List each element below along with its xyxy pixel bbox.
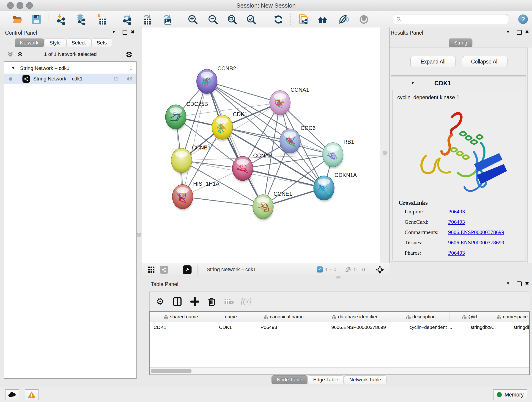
save-session-icon[interactable]	[31, 14, 42, 25]
table-cell[interactable]: CDK1	[150, 322, 215, 332]
open-session-icon[interactable]	[12, 14, 23, 25]
crosslink-link[interactable]: P06493	[448, 250, 465, 256]
edge-CCNB2-HIST1H1A[interactable]	[183, 81, 207, 197]
show-columns-icon[interactable]	[173, 297, 182, 306]
birds-eye-view-icon[interactable]	[183, 265, 191, 274]
node-CDC6[interactable]: CDC6	[280, 125, 316, 154]
node-HIST1H1A[interactable]: HIST1H1A	[172, 181, 220, 210]
open-network-in-browser-icon[interactable]	[298, 14, 309, 25]
export-table-icon[interactable]	[142, 14, 152, 25]
table-cell[interactable]: CDK1	[215, 322, 257, 332]
export-network-icon[interactable]	[122, 14, 133, 25]
tab-node-table[interactable]: Node Table	[272, 375, 307, 384]
search-input[interactable]	[393, 14, 508, 24]
expand-all-button[interactable]: Expand All	[410, 56, 456, 67]
splitter-handle[interactable]	[383, 151, 387, 155]
tab-edge-table[interactable]: Edge Table	[308, 375, 344, 384]
column-header-name[interactable]: name	[212, 312, 250, 322]
tab-style[interactable]: Style	[44, 38, 66, 47]
zoom-fit-icon[interactable]	[227, 14, 238, 25]
panel-float-icon[interactable]	[517, 30, 522, 35]
selected-checkbox-icon[interactable]: ✓	[317, 266, 323, 273]
column-header-shared-name[interactable]: shared name	[150, 312, 212, 322]
add-column-icon[interactable]	[190, 297, 199, 306]
node-CCNE1[interactable]: CCNE1	[253, 191, 292, 220]
crosslink-link[interactable]: 9606.ENSP00000378699	[448, 229, 504, 235]
table-cell[interactable]: stringdb:9...	[467, 322, 510, 332]
table-cell[interactable]: cyclin–dependent ...	[406, 322, 467, 332]
network-row[interactable]: String Network – cdk1 11 48	[4, 74, 136, 84]
export-image-icon[interactable]	[162, 14, 173, 25]
panel-float-icon[interactable]	[517, 281, 522, 286]
panel-close-icon[interactable]: ✖	[131, 29, 135, 35]
import-table-icon[interactable]	[96, 14, 107, 25]
network-canvas[interactable]: CCNB2CCNA1CDC25BCDK1CDC6RB1CCNB1CCNA2CDK…	[142, 27, 380, 263]
network-results-splitter[interactable]	[380, 27, 390, 263]
delete-table-icon[interactable]	[224, 298, 234, 305]
import-network-file-icon[interactable]	[56, 14, 67, 25]
left-splitter-handle[interactable]	[137, 233, 141, 237]
column-header-canonical-name[interactable]: canonical name	[250, 312, 317, 322]
node-CDKN1A[interactable]: CDKN1A	[314, 172, 357, 201]
zoom-selected-icon[interactable]	[246, 14, 257, 25]
network-options-gear-icon[interactable]: ⚙	[126, 50, 133, 59]
warning-status-button[interactable]	[25, 389, 38, 400]
edge-CCNB2-CCNE1[interactable]	[207, 81, 263, 207]
home-icon[interactable]	[317, 14, 328, 25]
crosslink-link[interactable]: 9606.ENSP00000378699	[448, 240, 504, 246]
crosslink-link[interactable]: P06493	[448, 209, 465, 215]
panel-float-icon[interactable]	[123, 30, 127, 35]
tab-string[interactable]: String	[449, 38, 472, 47]
crosslink-link[interactable]: P06493	[448, 219, 465, 225]
panel-close-icon[interactable]: ✖	[525, 29, 529, 35]
table-cell[interactable]: P06493	[257, 322, 328, 332]
table-horizontal-scrollbar[interactable]	[150, 367, 529, 375]
refresh-icon[interactable]	[273, 14, 284, 25]
tab-select[interactable]: Select	[66, 38, 91, 47]
panel-menu-icon[interactable]: ▼	[112, 30, 116, 34]
tree-expand-icon[interactable]: ▼	[11, 66, 15, 70]
fit-content-crosshair-icon[interactable]	[375, 265, 385, 274]
table-cell[interactable]: stringdb	[510, 322, 530, 332]
hidden-nodes-indicator[interactable]: 0 – 0	[345, 266, 365, 273]
cloud-status-button[interactable]	[5, 389, 19, 400]
network-collection-row[interactable]: ▼ String Network – cdk1 1	[4, 62, 136, 74]
collapse-all-button[interactable]: Collapse All	[462, 56, 507, 67]
selected-nodes-indicator[interactable]: ✓ 1 – 0	[317, 266, 336, 273]
panel-menu-icon[interactable]: ▼	[506, 30, 510, 34]
table-cell[interactable]: 9606.ENSP00000378699	[328, 322, 406, 332]
scrollbar-thumb[interactable]	[151, 369, 191, 373]
tab-network[interactable]: Network	[15, 38, 44, 47]
tab-sets[interactable]: Sets	[91, 38, 112, 47]
edge-CDK1-RB1[interactable]	[222, 127, 333, 155]
results-scrollbar[interactable]	[527, 47, 532, 263]
grid-view-icon[interactable]	[148, 266, 155, 273]
column-header--id[interactable]: @id	[450, 312, 489, 322]
gene-section-header[interactable]: ▼ CDK1	[391, 77, 526, 89]
column-header-namespace[interactable]: namespace	[489, 312, 530, 322]
hide-panels-icon[interactable]	[338, 14, 349, 25]
delete-column-trash-icon[interactable]	[207, 297, 216, 306]
section-collapse-icon[interactable]: ▼	[411, 81, 415, 85]
table-row[interactable]: CDK1CDK1P064939606.ENSP00000378699cyclin…	[150, 322, 529, 332]
memory-button[interactable]: Memory	[493, 389, 527, 400]
import-network-database-icon[interactable]	[76, 14, 87, 25]
column-header-database-identifier[interactable]: database identifier	[317, 312, 392, 322]
network-share-icon[interactable]	[160, 266, 168, 274]
tab-network-table[interactable]: Network Table	[344, 375, 386, 384]
edge-HIST1H1A-CCNE1[interactable]	[183, 197, 263, 207]
zoom-out-icon[interactable]	[207, 14, 218, 25]
edge-CCNB2-CCNA1[interactable]	[207, 81, 280, 103]
panel-close-icon[interactable]: ✖	[525, 281, 529, 287]
function-builder-button[interactable]: f(x)	[241, 296, 252, 305]
help-button[interactable]: ?	[518, 14, 528, 24]
eye-icon[interactable]	[358, 14, 369, 25]
node-CCNB1[interactable]: CCNB1	[171, 144, 210, 174]
node-RB1[interactable]: RB1	[323, 139, 354, 168]
node-CDK1[interactable]: CDK1	[212, 111, 247, 141]
node-label-CCNB1: CCNB1	[192, 144, 210, 151]
table-options-gear-icon[interactable]: ⚙	[156, 297, 164, 306]
column-header-description[interactable]: description	[392, 312, 450, 322]
panel-menu-icon[interactable]: ▼	[506, 281, 510, 286]
zoom-in-icon[interactable]	[187, 14, 198, 25]
